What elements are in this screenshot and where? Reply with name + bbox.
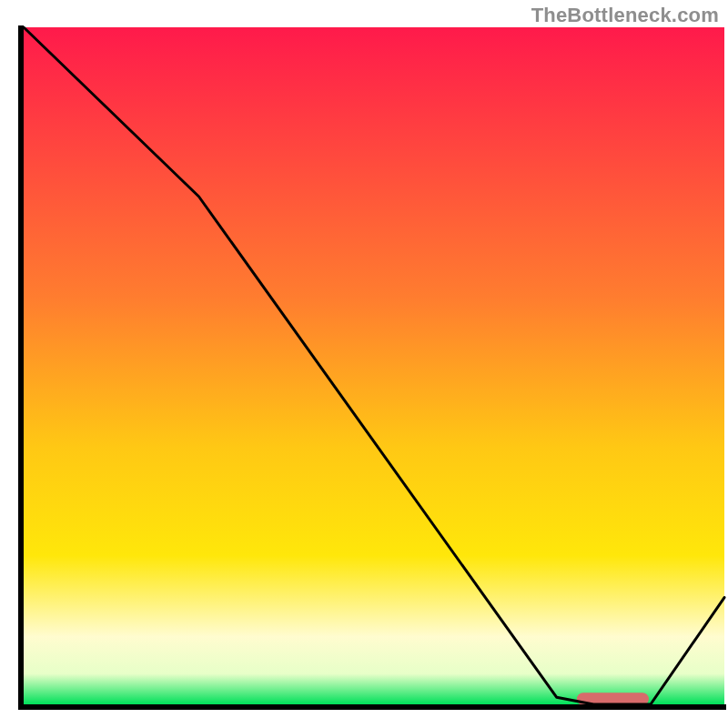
x-axis	[18, 704, 726, 710]
watermark-label: TheBottleneck.com	[531, 4, 719, 27]
bottleneck-chart: TheBottleneck.com	[0, 0, 728, 728]
y-axis	[18, 25, 24, 710]
chart-svg	[0, 0, 728, 728]
